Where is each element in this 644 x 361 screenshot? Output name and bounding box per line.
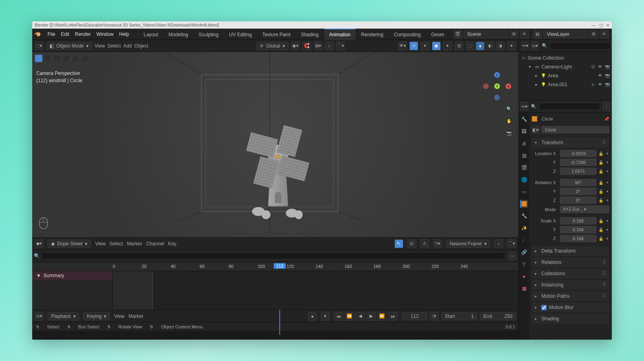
- lock-icon[interactable]: 🔓: [598, 169, 604, 174]
- tab-material-icon[interactable]: ●: [520, 272, 528, 280]
- autokey-opts-icon[interactable]: ▾: [321, 312, 330, 321]
- tab-collection-icon[interactable]: ▭: [520, 188, 528, 196]
- tab-geom[interactable]: Geom: [426, 29, 449, 40]
- scene-delete-icon[interactable]: ✕: [520, 30, 529, 39]
- gizmo-opts-icon[interactable]: ▾: [421, 41, 429, 50]
- scene-field[interactable]: Scene: [464, 30, 508, 38]
- object-data-icon[interactable]: ◧▾: [532, 126, 540, 134]
- keyframe-dot[interactable]: •: [605, 179, 609, 186]
- scale-x[interactable]: 0.166: [560, 217, 597, 224]
- tab-scene-icon[interactable]: 🎬: [520, 164, 528, 172]
- timeline-ruler[interactable]: 0 20 40 60 80 100 120 140 160 180 200 22…: [32, 262, 518, 271]
- dope-menu-marker[interactable]: Marker: [127, 241, 142, 247]
- camera-render-icon[interactable]: 📷: [605, 81, 610, 89]
- start-frame[interactable]: Start1: [441, 312, 477, 320]
- gizmo-toggle-icon[interactable]: ⊹: [409, 41, 418, 50]
- keyframe-dot[interactable]: •: [605, 226, 609, 233]
- menu-help[interactable]: Help: [119, 31, 129, 37]
- tool-lasso[interactable]: [62, 54, 70, 62]
- tab-world-icon[interactable]: 🌐: [520, 176, 528, 184]
- dope-falloff-icon[interactable]: ⌒▾: [507, 239, 516, 248]
- keyframe-dot[interactable]: •: [605, 218, 609, 224]
- keyframe-grid[interactable]: [113, 271, 518, 310]
- jump-start-icon[interactable]: ⏮: [334, 312, 343, 321]
- autokey-icon[interactable]: ●: [308, 312, 317, 321]
- tab-data-icon[interactable]: ▽: [520, 260, 528, 268]
- viewport-menu-view[interactable]: View: [95, 43, 105, 49]
- wireframe-icon[interactable]: ⬚: [466, 41, 475, 50]
- tab-compositing[interactable]: Compositing: [389, 29, 425, 40]
- rendered-icon[interactable]: ◑: [496, 41, 505, 50]
- summary-channel[interactable]: ▼Summary: [32, 271, 112, 280]
- keyframe-dot[interactable]: •: [605, 235, 609, 242]
- tab-output-icon[interactable]: 🖨: [520, 139, 528, 147]
- pivot-icon[interactable]: ◉▾: [291, 41, 300, 50]
- location-z[interactable]: 1.0571: [560, 168, 597, 175]
- tab-sculpting[interactable]: Sculpting: [194, 29, 223, 40]
- keyframe-dot[interactable]: •: [605, 150, 609, 157]
- tab-render-icon[interactable]: 🖼: [520, 127, 528, 135]
- properties-search[interactable]: [539, 103, 600, 110]
- visibility-icon[interactable]: 👁▾: [398, 41, 407, 50]
- lock-icon[interactable]: 🔓: [598, 198, 604, 203]
- rotation-x[interactable]: 90°: [560, 179, 597, 186]
- tab-shading[interactable]: Shading: [296, 29, 324, 40]
- lock-icon[interactable]: 🔓: [598, 219, 604, 223]
- tab-modifiers-icon[interactable]: 🔧: [520, 212, 528, 220]
- proportional-icon[interactable]: ○: [325, 41, 334, 50]
- pin-icon[interactable]: 📌: [604, 117, 609, 121]
- panel-motion-paths[interactable]: ▸Motion Paths⠿: [532, 291, 609, 301]
- tool-box[interactable]: [44, 54, 52, 62]
- scale-y[interactable]: 0.166: [560, 226, 597, 233]
- scene-browse-icon[interactable]: 🎬: [453, 30, 462, 39]
- tab-texture-icon[interactable]: ▦: [520, 284, 528, 293]
- keying-popover[interactable]: Keying ▾: [83, 312, 110, 320]
- pan-icon[interactable]: ✋: [505, 116, 514, 125]
- tab-constraints-icon[interactable]: 🔗: [520, 248, 528, 256]
- jump-end-icon[interactable]: ⏭: [388, 312, 398, 321]
- panel-motion-blur[interactable]: ▸ Motion Blur: [532, 303, 609, 312]
- tab-viewlayer-icon[interactable]: ▤: [520, 151, 528, 160]
- breadcrumb-object[interactable]: Circle: [542, 116, 553, 121]
- rotation-y[interactable]: 0°: [560, 188, 597, 195]
- lock-icon[interactable]: 🔓: [598, 237, 604, 241]
- props-options-icon[interactable]: ⋮: [603, 102, 611, 111]
- tree-camera-light[interactable]: ▾ ▭ Camera+Light ☑ 👁 📷: [520, 62, 610, 71]
- scene-new-icon[interactable]: ⧉: [510, 30, 518, 39]
- nav-gizmo[interactable]: Z X Y: [483, 72, 511, 100]
- viewport-canvas[interactable]: Z X Y 🔍 ✋ 📷: [32, 52, 518, 237]
- menu-render[interactable]: Render: [75, 31, 91, 37]
- viewport-menu-object[interactable]: Object: [134, 43, 149, 49]
- playback-marker[interactable]: Marker: [128, 313, 143, 319]
- location-y[interactable]: -0.7336: [560, 159, 597, 166]
- overlay-opts-icon[interactable]: ▾: [443, 41, 452, 50]
- playback-editor-icon[interactable]: ◷▾: [35, 312, 43, 321]
- snap-toggle-icon[interactable]: 🧲: [302, 41, 311, 50]
- falloff-icon[interactable]: ⌒▾: [336, 41, 345, 50]
- object-name-field[interactable]: Circle: [541, 126, 609, 133]
- viewport-menu-add[interactable]: Add: [123, 43, 132, 49]
- tab-layout[interactable]: Layout: [139, 29, 163, 40]
- menu-edit[interactable]: Edit: [61, 31, 69, 37]
- blender-logo[interactable]: [32, 29, 43, 40]
- lock-icon[interactable]: 🔓: [598, 151, 604, 156]
- keyframe-dot[interactable]: •: [605, 168, 609, 174]
- play-icon[interactable]: ▶: [366, 312, 376, 321]
- xray-icon[interactable]: ⊟: [454, 41, 463, 50]
- camera-icon[interactable]: 📷: [505, 129, 514, 137]
- next-key-icon[interactable]: ⏩: [377, 312, 387, 321]
- current-frame[interactable]: 112: [402, 312, 427, 320]
- panel-transform[interactable]: ▾Transform⠿: [532, 138, 609, 147]
- tab-rendering[interactable]: Rendering: [356, 29, 388, 40]
- panel-shading[interactable]: ▸Shading: [532, 314, 609, 324]
- lock-icon[interactable]: 🔓: [598, 160, 604, 165]
- zoom-icon[interactable]: 🔍: [505, 104, 514, 113]
- outliner-search[interactable]: [550, 42, 611, 50]
- tool-circle[interactable]: [53, 54, 61, 62]
- play-reverse-icon[interactable]: ◀: [355, 312, 365, 321]
- tab-animation[interactable]: Animation: [324, 29, 355, 40]
- rotation-mode[interactable]: XYZ Eul... ▾: [560, 205, 609, 213]
- snap-type-icon[interactable]: ⊞▾: [314, 41, 322, 50]
- playback-view[interactable]: View: [114, 313, 124, 319]
- panel-collections[interactable]: ▸Collections⠿: [532, 269, 609, 278]
